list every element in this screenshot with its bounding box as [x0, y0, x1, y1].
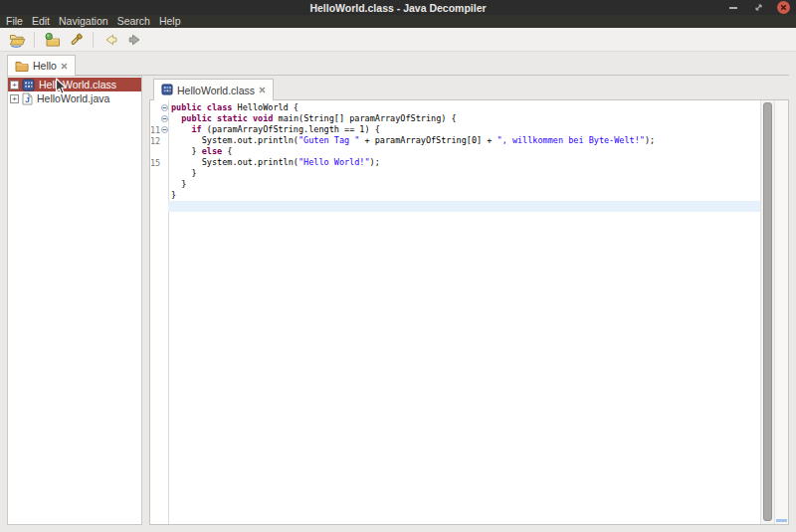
fold-collapse-icon[interactable]	[160, 126, 168, 133]
code-text: System.out.println("Guten Tag " + paramA…	[168, 135, 760, 146]
folder-class-icon	[44, 32, 61, 48]
minimize-button[interactable]	[726, 1, 740, 15]
file-tree-panel[interactable]: +HelloWorld.class+JHelloWorld.java	[7, 76, 142, 525]
code-line: }	[150, 190, 760, 201]
expander-icon[interactable]: +	[10, 94, 19, 103]
toolbar-group	[8, 31, 26, 49]
title-bar: HelloWorld.class - Java Decompiler	[0, 0, 796, 15]
tree-item-label: HelloWorld.java	[37, 92, 109, 104]
folder-icon	[15, 60, 29, 72]
code-text: public class HelloWorld {	[168, 102, 760, 113]
code-editor[interactable]: public class HelloWorld { public static …	[150, 100, 760, 524]
code-text: } else {	[168, 146, 760, 157]
svg-text:J: J	[25, 95, 29, 104]
line-number: 11	[150, 125, 160, 135]
open-file-button[interactable]	[8, 31, 26, 49]
toolbar-group	[43, 31, 85, 49]
menu-navigation[interactable]: Navigation	[59, 15, 108, 28]
fold-collapse-icon[interactable]	[160, 115, 168, 122]
menu-file[interactable]: File	[6, 15, 23, 28]
arrow-right-icon	[126, 32, 142, 48]
java-file-icon: J	[22, 92, 33, 105]
minimize-icon	[729, 7, 737, 9]
forward-button[interactable]	[125, 31, 143, 49]
code-text: }	[168, 168, 760, 179]
menu-search[interactable]: Search	[117, 15, 150, 28]
restore-button[interactable]	[751, 1, 765, 15]
toolbar	[0, 28, 796, 52]
close-window-icon	[777, 1, 790, 14]
code-line: }	[150, 168, 760, 179]
open-folder-icon	[9, 32, 26, 48]
code-text: public static void main(String[] paramAr…	[168, 113, 760, 124]
expander-icon[interactable]: +	[10, 81, 19, 89]
code-line: } else {	[150, 146, 760, 157]
tab-hello[interactable]: Hello	[7, 55, 76, 76]
content-area: Hello +HelloWorld.class+JHelloWorld.java…	[0, 52, 796, 532]
code-text	[168, 201, 760, 212]
class-file-icon	[161, 84, 173, 97]
code-line: 15 System.out.println("Hello World!");	[150, 157, 760, 168]
code-text: }	[168, 190, 760, 201]
scrollbar-thumb[interactable]	[763, 102, 772, 521]
workspace-tab-label: Hello	[33, 60, 57, 72]
close-tab-icon[interactable]	[259, 87, 266, 93]
window-title: HelloWorld.class - Java Decompiler	[309, 2, 486, 14]
code-text: System.out.println("Hello World!");	[168, 157, 760, 168]
editor-tab-strip: HelloWorld.class	[149, 76, 789, 99]
flashlight-icon	[68, 32, 85, 48]
split-panels: +HelloWorld.class+JHelloWorld.java Hello…	[7, 76, 789, 525]
restore-icon	[754, 3, 763, 12]
menu-edit[interactable]: Edit	[32, 15, 50, 28]
tree-item-label: HelloWorld.class	[39, 79, 116, 90]
line-number: 15	[150, 158, 160, 168]
code-line: public static void main(String[] paramAr…	[150, 113, 760, 124]
search-button[interactable]	[67, 31, 85, 49]
window-controls	[726, 0, 790, 15]
tree-item-helloworld-java[interactable]: +JHelloWorld.java	[8, 91, 141, 105]
code-line: }	[150, 179, 760, 190]
close-button[interactable]	[776, 1, 790, 15]
workspace-tab-strip: Hello	[7, 53, 789, 76]
menu-help[interactable]: Help	[159, 15, 181, 28]
arrow-left-icon	[102, 32, 118, 48]
java-decompiler-window: HelloWorld.class - Java Decompiler FileE…	[0, 0, 796, 532]
overview-ruler	[774, 100, 788, 524]
vertical-scrollbar[interactable]	[760, 100, 774, 524]
current-line	[150, 201, 760, 212]
code-line: public class HelloWorld {	[150, 102, 760, 113]
toolbar-group	[101, 31, 143, 49]
code-text: if (paramArrayOfString.length == 1) {	[168, 124, 760, 135]
code-line: 12 System.out.println("Guten Tag " + par…	[150, 135, 760, 146]
code-text: }	[168, 179, 760, 190]
tree-item-helloworld-class[interactable]: +HelloWorld.class	[8, 78, 141, 91]
close-tab-icon[interactable]	[61, 63, 68, 70]
editor-tab-label: HelloWorld.class	[177, 85, 255, 96]
code-line: 11 if (paramArrayOfString.length == 1) {	[150, 124, 760, 135]
editor-box: public class HelloWorld { public static …	[149, 99, 789, 525]
line-number: 12	[150, 136, 160, 146]
back-button[interactable]	[101, 31, 119, 49]
editor-side: HelloWorld.class public class HelloWorld…	[149, 76, 789, 525]
caret-position-marker	[776, 519, 787, 522]
fold-collapse-icon[interactable]	[160, 104, 168, 111]
menu-bar: FileEditNavigationSearchHelp	[0, 15, 796, 28]
toolbar-separator	[93, 32, 94, 48]
class-file-icon	[22, 79, 35, 91]
tab-helloworld-class[interactable]: HelloWorld.class	[153, 79, 274, 100]
open-type-button[interactable]	[43, 31, 61, 49]
toolbar-separator	[34, 32, 35, 48]
